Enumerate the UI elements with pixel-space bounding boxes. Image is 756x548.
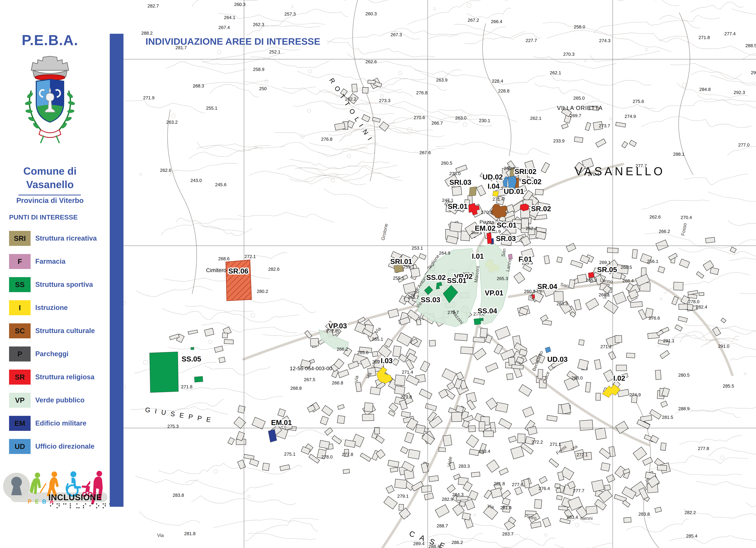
legend-title: PUNTI DI INTERESSE bbox=[9, 213, 78, 221]
spot-elevation: 252.1 bbox=[269, 49, 281, 54]
poi-label-SR.03[interactable]: SR.03 bbox=[496, 234, 516, 242]
legend-item-SRI: SRIStruttura ricreativa bbox=[9, 231, 106, 254]
spot-elevation: 276.8 bbox=[416, 90, 428, 95]
poi-label-VP.03[interactable]: VP.03 bbox=[328, 322, 347, 330]
poi-label-SS.05[interactable]: SS.05 bbox=[182, 355, 201, 363]
poi-label-SR.01[interactable]: SR.01 bbox=[448, 202, 468, 210]
spot-elevation: 270.0 bbox=[481, 210, 492, 215]
place-label-12-56-054-003-00: 12-56-054-003-00 bbox=[290, 365, 332, 371]
poi-label-SR.05[interactable]: SR.05 bbox=[597, 265, 617, 274]
spot-elevation: 268.6 bbox=[218, 256, 230, 261]
spot-elevation: 227.7 bbox=[526, 38, 537, 43]
poi-marker-SR.06[interactable] bbox=[226, 260, 251, 301]
poi-marker-SR.04[interactable] bbox=[532, 295, 535, 299]
spot-elevation: 266.4 bbox=[622, 278, 634, 283]
poi-label-SS.03[interactable]: SS.03 bbox=[421, 296, 440, 304]
spot-elevation: 288.7 bbox=[437, 523, 448, 528]
spot-elevation: 270.6 bbox=[414, 115, 425, 120]
spot-elevation: 268.3 bbox=[193, 83, 204, 88]
poi-label-I.02[interactable]: I.02 bbox=[613, 374, 625, 382]
spot-elevation: 291.0 bbox=[718, 344, 729, 349]
legend-item-UD: UDUfficio direzionale bbox=[9, 439, 106, 462]
poi-marker-SRI.03[interactable] bbox=[469, 187, 477, 196]
poi-label-EM.01[interactable]: EM.01 bbox=[271, 419, 292, 427]
spot-elevation: 277.8 bbox=[698, 446, 709, 451]
spot-elevation: 245.6 bbox=[215, 182, 227, 187]
legend-chip-SRI: SRI bbox=[9, 231, 31, 246]
province-name: Provincia di Viterbo bbox=[5, 196, 95, 205]
poi-marker-SR.05[interactable] bbox=[588, 272, 594, 278]
poi-marker-I.04[interactable] bbox=[493, 191, 499, 197]
poi-label-VP.01[interactable]: VP.01 bbox=[485, 289, 503, 297]
spot-elevation: 228.4 bbox=[492, 79, 503, 84]
legend-label: Struttura sportiva bbox=[35, 281, 93, 289]
poi-label-SR.06[interactable]: SR.06 bbox=[228, 267, 248, 275]
spot-elevation: 288.9 bbox=[678, 406, 690, 411]
legend-chip-VP: VP bbox=[9, 393, 31, 408]
poi-label-SS.01[interactable]: SS.01 bbox=[447, 277, 466, 285]
poi-label-SRI.03[interactable]: SRI.03 bbox=[449, 178, 471, 186]
municipality-line1: Comune di bbox=[5, 164, 95, 178]
ribbon-icon bbox=[39, 130, 61, 143]
poi-label-UD.03[interactable]: UD.03 bbox=[547, 355, 568, 363]
spot-elevation: 257.3 bbox=[284, 12, 296, 17]
coat-of-arms bbox=[22, 52, 78, 161]
spot-elevation: 280.2 bbox=[257, 289, 268, 294]
poi-label-SC.01[interactable]: SC.01 bbox=[497, 221, 517, 229]
poi-label-SC.02[interactable]: SC.02 bbox=[522, 178, 542, 186]
poi-label-EM.02[interactable]: EM.02 bbox=[475, 224, 496, 232]
spot-elevation: 250 bbox=[259, 86, 267, 91]
poi-marker-UD.01[interactable] bbox=[508, 176, 517, 188]
poi-marker-SR.03[interactable] bbox=[487, 233, 492, 244]
legend-chip-UD: UD bbox=[9, 439, 31, 454]
legend-item-SC: SCStruttura culturale bbox=[9, 324, 106, 347]
poi-label-SS.02[interactable]: SS.02 bbox=[426, 273, 446, 282]
legend-chip-SR: SR bbox=[9, 370, 31, 385]
place-label-vasanello: VASANELLO bbox=[575, 165, 665, 178]
spot-elevation: 268.1 bbox=[599, 292, 610, 297]
poi-marker-SR.02[interactable] bbox=[520, 204, 529, 211]
spot-elevation: 266.2 bbox=[337, 347, 348, 352]
spot-elevation: 277.6 bbox=[512, 482, 523, 487]
legend-label: Farmacia bbox=[35, 257, 65, 265]
spot-elevation: 273.7 bbox=[599, 123, 610, 128]
poi-label-F.01[interactable]: F.01 bbox=[519, 255, 532, 263]
poi-label-UD.01[interactable]: UD.01 bbox=[504, 187, 524, 195]
poi-label-I.03[interactable]: I.03 bbox=[381, 357, 393, 365]
spot-elevation: 238.0 bbox=[449, 171, 461, 176]
poi-label-SRI.02[interactable]: SRI.02 bbox=[515, 167, 537, 175]
spot-elevation: 268.8 bbox=[290, 386, 302, 391]
spot-elevation: 265.6 bbox=[357, 350, 369, 355]
spot-elevation: 266.8 bbox=[332, 380, 343, 385]
spot-elevation: 273.7 bbox=[448, 310, 459, 315]
spot-elevation: 285.4 bbox=[686, 533, 697, 538]
spot-elevation: 273.3 bbox=[379, 98, 390, 103]
spot-elevation: 277.0 bbox=[738, 142, 750, 147]
poi-label-SRI.01[interactable]: SRI.01 bbox=[390, 257, 412, 265]
legend-label: Struttura religiosa bbox=[35, 373, 94, 381]
poi-label-SR.02[interactable]: SR.02 bbox=[531, 205, 551, 213]
legend-chip-F: F bbox=[9, 254, 31, 269]
spot-elevation: 260.5 bbox=[441, 160, 452, 165]
mural-crown-icon bbox=[31, 56, 69, 80]
legend-label: Istruzione bbox=[35, 304, 68, 312]
spot-elevation: 283.8 bbox=[638, 512, 650, 517]
spot-elevation: 262.6 bbox=[365, 59, 377, 64]
spot-elevation: 262.6 bbox=[160, 168, 171, 173]
spot-elevation: 275.3 bbox=[167, 424, 179, 429]
spot-elevation: 258.9 bbox=[253, 67, 264, 72]
poi-label-I.04[interactable]: I.04 bbox=[488, 182, 500, 190]
spot-elevation: 255.1 bbox=[206, 106, 217, 111]
spot-elevation: 282.2 bbox=[685, 510, 696, 515]
poi-label-UD.02[interactable]: UD.02 bbox=[483, 173, 503, 181]
spot-elevation: 263.3 bbox=[557, 301, 568, 306]
spot-elevation: 265.7 bbox=[408, 295, 419, 300]
poi-label-I.01[interactable]: I.01 bbox=[472, 252, 484, 260]
municipality-line2: Vasanello bbox=[5, 178, 95, 191]
municipality-name: Comune di Vasanello bbox=[5, 164, 95, 191]
spot-elevation: 278.0 bbox=[688, 299, 699, 304]
poi-label-SS.04[interactable]: SS.04 bbox=[478, 307, 497, 315]
spot-elevation: 283.3 bbox=[458, 464, 470, 469]
wheelchair-icon bbox=[66, 471, 81, 496]
poi-label-SR.04[interactable]: SR.04 bbox=[537, 283, 557, 291]
